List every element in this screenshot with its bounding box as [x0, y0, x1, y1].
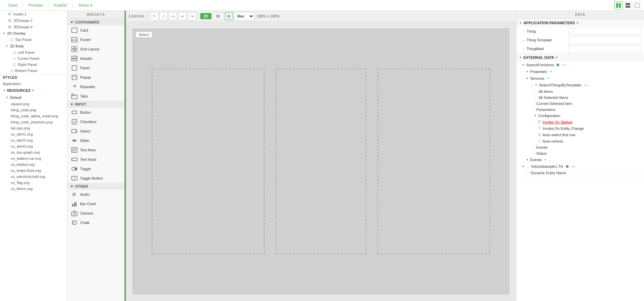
left-file-vu_flame.svg[interactable]: vu_flame.svg — [0, 186, 67, 192]
thingmark-input[interactable] — [568, 45, 641, 52]
configuration-item[interactable]: ▼ Configuration — [516, 113, 644, 119]
left-item-left-panel[interactable]: □ Left Panel — [0, 49, 67, 55]
save-button[interactable]: Save — [3, 2, 23, 9]
widget-bar-chart[interactable]: Bar Chart — [67, 199, 124, 209]
widget-card[interactable]: Card — [67, 26, 124, 35]
canvas-zoom-select[interactable]: Max100%75%50% — [234, 12, 254, 20]
dynamic-entity-item[interactable]: → Dynamic Entity Name — [516, 170, 644, 176]
canvas-inner[interactable]: Select — [133, 29, 509, 294]
widget-audio[interactable]: Audio — [67, 190, 124, 199]
left-file-vu_bar-graph.svg[interactable]: vu_bar-graph.svg — [0, 149, 67, 155]
left-file-thing_code_alpha_mask.png[interactable]: thing_code_alpha_mask.png — [0, 113, 67, 119]
widget-slider[interactable]: Slider — [67, 136, 124, 145]
canvas-tool-redo[interactable]: ↪ — [188, 12, 196, 20]
services-item[interactable]: ▼ Services + — [516, 75, 644, 82]
widget-camera[interactable]: Camera — [67, 209, 124, 218]
canvas-tool-arrow[interactable]: ↖ — [150, 12, 158, 20]
widget-checkbox[interactable]: Checkbox — [67, 117, 124, 126]
widget-toggle[interactable]: Toggle — [67, 164, 124, 174]
body-header[interactable]: ▼ 2D Body — [0, 43, 67, 49]
left-file-vu_electrical-bolt.svg[interactable]: vu_electrical-bolt.svg — [0, 174, 67, 180]
left-item-right-panel[interactable]: □ Right Panel — [0, 62, 67, 68]
invoke-entity-check[interactable]: ☐ — [538, 126, 541, 130]
left-file-thing_code.png[interactable]: thing_code.png — [0, 107, 67, 113]
left-file-vu_alert2.svg[interactable]: vu_alert2.svg — [0, 137, 67, 143]
left-item-gauge1[interactable]: ◎ 3DGauge-1 — [0, 17, 67, 24]
all-items-item[interactable]: ← All Items — [516, 88, 644, 95]
resources-add-button[interactable]: + — [32, 88, 34, 93]
widget-panel[interactable]: Panel — [67, 63, 124, 73]
containers-section-header[interactable]: ▼ CONTAINERS — [67, 19, 124, 26]
left-item-gauge2[interactable]: ◎ 3DGauge-2 — [0, 24, 67, 30]
widget-chalk[interactable]: Chalk — [67, 218, 124, 227]
status-item[interactable]: › Status — [516, 150, 644, 156]
left-item-center-panel[interactable]: □ Center Panel — [0, 55, 67, 62]
left-file-square.png[interactable]: square.png — [0, 101, 67, 107]
left-file-thing_code_phantom.png[interactable]: thing_code_phantom.png — [0, 119, 67, 125]
events-item[interactable]: › Events — [516, 144, 644, 150]
layout-icon-2[interactable] — [624, 1, 632, 9]
all-selected-items-item[interactable]: ← All Selected Items — [516, 95, 644, 101]
other-section-header[interactable]: ▼ OTHER — [67, 183, 124, 190]
invoke-startup-label[interactable]: Invoke On Startup — [543, 120, 573, 124]
parameters-item[interactable]: › Parameters — [516, 107, 644, 113]
canvas-tool-rect2[interactable]: ▭ — [169, 12, 177, 20]
thing-input[interactable] — [568, 28, 641, 35]
search-things-item[interactable]: → ▼ SearchThingsByTemplate — — [516, 82, 644, 88]
widget-toggle-button[interactable]: Toggle Button — [67, 174, 124, 183]
widget-text-input[interactable]: Text Input — [67, 155, 124, 164]
canvas-mode-2d[interactable]: 2D — [200, 13, 211, 19]
widget-text-area[interactable]: Text Area — [67, 145, 124, 155]
sbt-remove[interactable]: — — [584, 83, 588, 87]
share-button[interactable]: Share ▾ — [73, 2, 97, 9]
layout-icon-3[interactable] — [633, 1, 641, 9]
vs-remove[interactable]: — — [571, 164, 575, 169]
left-file-vu_alert3.svg[interactable]: vu_alert3.svg — [0, 143, 67, 149]
properties-item[interactable]: ▼ Properties + — [516, 68, 644, 75]
canvas-tool-rect[interactable]: □ — [160, 12, 168, 20]
widget-select[interactable]: Select — [67, 126, 124, 136]
external-data-header[interactable]: ▼ EXTERNAL DATA + — [516, 53, 644, 62]
widget-popup[interactable]: Popup — [67, 73, 124, 82]
invoke-startup-check[interactable]: ☑ — [538, 120, 541, 124]
current-selected-item[interactable]: › Current Selected Item — [516, 101, 644, 107]
thing-template-input[interactable] — [568, 37, 641, 43]
vuforia-sample-item[interactable]: ▼ → VuforiaSample1.TH — — [516, 163, 644, 170]
left-file-vu_flag.svg[interactable]: vu_flag.svg — [0, 180, 67, 186]
left-file-vu_battery.svg[interactable]: vu_battery.svg — [0, 161, 67, 167]
publish-button[interactable]: Publish — [48, 2, 72, 9]
widget-grid-layout[interactable]: Grid Layout — [67, 44, 124, 54]
widget-footer[interactable]: Footer — [67, 35, 124, 44]
invoke-startup-item[interactable]: ☑ Invoke On Startup — [516, 119, 644, 125]
layout-icon-1[interactable] — [614, 1, 622, 9]
events2-item[interactable]: ▼ Events + — [516, 156, 644, 163]
left-file-vu_brake-fluid.svg[interactable]: vu_brake-fluid.svg — [0, 167, 67, 174]
left-item-application[interactable]: Application — [0, 81, 67, 87]
left-item-model1[interactable]: ⊙ model-1 — [0, 11, 67, 17]
app-params-add[interactable]: + — [576, 21, 579, 25]
search-functions-item[interactable]: ▼ SearchFunctions — — [516, 62, 644, 68]
auto-refresh-check[interactable]: ☐ — [538, 139, 541, 143]
preview-button[interactable]: Preview — [23, 2, 48, 9]
canvas-tool-extra[interactable]: ⊕ — [225, 12, 233, 20]
canvas-tool-undo[interactable]: ↩ — [178, 12, 187, 20]
widget-repeater[interactable]: Repeater — [67, 82, 124, 91]
canvas-mode-3d[interactable]: 3D — [213, 13, 224, 19]
widget-tabs[interactable]: Tabs — [67, 91, 124, 101]
services-add[interactable]: + — [547, 76, 549, 81]
app-params-header[interactable]: ▼ APPLICATION PARAMETERS + — [516, 19, 644, 27]
widget-header[interactable]: Header — [67, 54, 124, 63]
invoke-entity-item[interactable]: ☐ Invoke On Entity Change — [516, 125, 644, 131]
events2-add[interactable]: + — [544, 157, 547, 162]
overlay-header[interactable]: ▼ 2D Overlay — [0, 30, 67, 37]
widget-button[interactable]: Button — [67, 108, 124, 117]
auto-select-check[interactable]: ☑ — [538, 133, 541, 137]
auto-select-item[interactable]: ☑ Auto-select first row — [516, 131, 644, 138]
props-add[interactable]: + — [550, 69, 552, 74]
sf-remove[interactable]: — — [562, 63, 566, 67]
left-item-top-panel[interactable]: □ Top Panel — [0, 37, 67, 43]
external-data-add[interactable]: + — [555, 55, 558, 60]
input-section-header[interactable]: ▼ INPUT — [67, 101, 124, 108]
left-file-vu_alert1.svg[interactable]: vu_alert1.svg — [0, 131, 67, 137]
left-file-vu_battery-car.svg[interactable]: vu_battery-car.svg — [0, 155, 67, 161]
